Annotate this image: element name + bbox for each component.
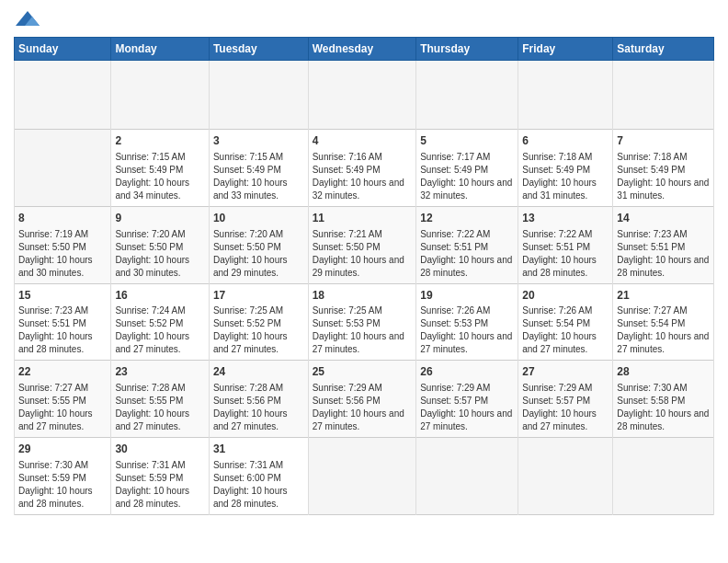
sunset-text: Sunset: 5:51 PM <box>522 242 590 252</box>
calendar-cell: 28Sunrise: 7:30 AMSunset: 5:58 PMDayligh… <box>613 361 714 438</box>
col-saturday: Saturday <box>613 38 714 61</box>
sunset-text: Sunset: 6:00 PM <box>213 473 281 483</box>
col-sunday: Sunday <box>15 38 111 61</box>
daylight-text: Daylight: 10 hours and 28 minutes. <box>420 255 512 278</box>
sunset-text: Sunset: 5:50 PM <box>18 242 86 252</box>
daylight-text: Daylight: 10 hours and 32 minutes. <box>313 178 404 201</box>
calendar-cell: 16Sunrise: 7:24 AMSunset: 5:52 PMDayligh… <box>111 283 209 361</box>
sunrise-text: Sunrise: 7:18 AM <box>617 152 687 162</box>
day-number: 19 <box>420 288 514 304</box>
sunrise-text: Sunrise: 7:28 AM <box>213 383 283 393</box>
day-number: 5 <box>420 133 514 149</box>
table-row: 8Sunrise: 7:19 AMSunset: 5:50 PMDaylight… <box>15 206 714 283</box>
day-number: 30 <box>115 442 204 457</box>
calendar-cell <box>308 438 416 515</box>
col-monday: Monday <box>111 38 209 61</box>
day-number: 18 <box>313 288 413 304</box>
sunset-text: Sunset: 5:49 PM <box>522 165 590 175</box>
sunrise-text: Sunrise: 7:17 AM <box>420 152 490 162</box>
daylight-text: Daylight: 10 hours and 30 minutes. <box>18 255 93 278</box>
sunrise-text: Sunrise: 7:25 AM <box>213 305 283 316</box>
sunset-text: Sunset: 5:54 PM <box>522 318 590 328</box>
calendar-cell: 10Sunrise: 7:20 AMSunset: 5:50 PMDayligh… <box>209 206 308 283</box>
calendar-cell: 2Sunrise: 7:15 AMSunset: 5:49 PMDaylight… <box>111 130 209 207</box>
daylight-text: Daylight: 10 hours and 30 minutes. <box>115 255 189 278</box>
sunrise-text: Sunrise: 7:31 AM <box>213 460 283 470</box>
daylight-text: Daylight: 10 hours and 27 minutes. <box>313 408 404 431</box>
daylight-text: Daylight: 10 hours and 28 minutes. <box>213 486 288 509</box>
day-number: 24 <box>213 364 304 380</box>
day-number: 26 <box>420 364 514 380</box>
sunset-text: Sunset: 5:49 PM <box>115 165 183 175</box>
calendar-cell <box>613 438 714 515</box>
day-number: 2 <box>115 133 204 149</box>
calendar-cell: 23Sunrise: 7:28 AMSunset: 5:55 PMDayligh… <box>111 361 209 438</box>
table-row: 22Sunrise: 7:27 AMSunset: 5:55 PMDayligh… <box>15 361 714 438</box>
calendar-cell <box>518 438 613 515</box>
sunrise-text: Sunrise: 7:26 AM <box>420 305 490 316</box>
sunset-text: Sunset: 5:58 PM <box>617 396 685 406</box>
day-number: 13 <box>522 211 609 226</box>
calendar-cell <box>111 61 209 130</box>
sunset-text: Sunset: 5:52 PM <box>213 318 281 328</box>
sunrise-text: Sunrise: 7:16 AM <box>313 152 382 162</box>
day-number: 9 <box>115 211 204 226</box>
calendar-cell: 12Sunrise: 7:22 AMSunset: 5:51 PMDayligh… <box>416 206 518 283</box>
col-tuesday: Tuesday <box>209 38 308 61</box>
day-number: 8 <box>18 211 107 226</box>
sunrise-text: Sunrise: 7:29 AM <box>313 383 382 393</box>
calendar-cell: 6Sunrise: 7:18 AMSunset: 5:49 PMDaylight… <box>518 130 613 207</box>
sunrise-text: Sunrise: 7:20 AM <box>115 229 185 239</box>
sunrise-text: Sunrise: 7:29 AM <box>420 383 490 393</box>
day-number: 6 <box>522 133 609 149</box>
calendar-cell: 7Sunrise: 7:18 AMSunset: 5:49 PMDaylight… <box>613 130 714 207</box>
calendar-cell: 27Sunrise: 7:29 AMSunset: 5:57 PMDayligh… <box>518 361 613 438</box>
col-thursday: Thursday <box>416 38 518 61</box>
calendar-cell: 19Sunrise: 7:26 AMSunset: 5:53 PMDayligh… <box>416 283 518 361</box>
sunset-text: Sunset: 5:57 PM <box>522 396 590 406</box>
sunrise-text: Sunrise: 7:31 AM <box>115 460 185 470</box>
daylight-text: Daylight: 10 hours and 31 minutes. <box>617 178 709 201</box>
sunrise-text: Sunrise: 7:28 AM <box>115 383 185 393</box>
calendar-cell: 11Sunrise: 7:21 AMSunset: 5:50 PMDayligh… <box>308 206 416 283</box>
daylight-text: Daylight: 10 hours and 28 minutes. <box>18 331 93 354</box>
sunrise-text: Sunrise: 7:29 AM <box>522 383 592 393</box>
calendar-cell: 4Sunrise: 7:16 AMSunset: 5:49 PMDaylight… <box>308 130 416 207</box>
calendar-cell: 25Sunrise: 7:29 AMSunset: 5:56 PMDayligh… <box>308 361 416 438</box>
calendar-cell: 21Sunrise: 7:27 AMSunset: 5:54 PMDayligh… <box>613 283 714 361</box>
day-number: 4 <box>313 133 413 149</box>
calendar-cell: 26Sunrise: 7:29 AMSunset: 5:57 PMDayligh… <box>416 361 518 438</box>
daylight-text: Daylight: 10 hours and 27 minutes. <box>213 408 288 431</box>
daylight-text: Daylight: 10 hours and 27 minutes. <box>522 408 597 431</box>
daylight-text: Daylight: 10 hours and 27 minutes. <box>617 331 709 354</box>
sunrise-text: Sunrise: 7:19 AM <box>18 229 88 239</box>
sunrise-text: Sunrise: 7:18 AM <box>522 152 592 162</box>
calendar-cell <box>416 61 518 130</box>
daylight-text: Daylight: 10 hours and 31 minutes. <box>522 178 597 201</box>
calendar-cell: 8Sunrise: 7:19 AMSunset: 5:50 PMDaylight… <box>15 206 111 283</box>
daylight-text: Daylight: 10 hours and 34 minutes. <box>115 178 189 201</box>
calendar-cell: 13Sunrise: 7:22 AMSunset: 5:51 PMDayligh… <box>518 206 613 283</box>
daylight-text: Daylight: 10 hours and 27 minutes. <box>115 408 189 431</box>
table-row <box>15 61 714 130</box>
calendar-cell: 20Sunrise: 7:26 AMSunset: 5:54 PMDayligh… <box>518 283 613 361</box>
calendar-cell <box>15 61 111 130</box>
daylight-text: Daylight: 10 hours and 27 minutes. <box>115 331 189 354</box>
sunrise-text: Sunrise: 7:15 AM <box>115 152 185 162</box>
calendar-cell: 31Sunrise: 7:31 AMSunset: 6:00 PMDayligh… <box>209 438 308 515</box>
day-number: 14 <box>617 211 710 226</box>
sunset-text: Sunset: 5:51 PM <box>420 242 488 252</box>
sunset-text: Sunset: 5:56 PM <box>313 396 381 406</box>
day-number: 15 <box>18 288 107 304</box>
sunrise-text: Sunrise: 7:22 AM <box>420 229 490 239</box>
table-row: 29Sunrise: 7:30 AMSunset: 5:59 PMDayligh… <box>15 438 714 515</box>
daylight-text: Daylight: 10 hours and 27 minutes. <box>18 408 93 431</box>
daylight-text: Daylight: 10 hours and 29 minutes. <box>213 255 288 278</box>
sunset-text: Sunset: 5:52 PM <box>115 318 183 328</box>
daylight-text: Daylight: 10 hours and 28 minutes. <box>617 408 709 431</box>
day-number: 23 <box>115 364 204 380</box>
main-container: Sunday Monday Tuesday Wednesday Thursday… <box>0 0 728 524</box>
sunset-text: Sunset: 5:49 PM <box>420 165 488 175</box>
day-number: 7 <box>617 133 710 149</box>
day-number: 20 <box>522 288 609 304</box>
